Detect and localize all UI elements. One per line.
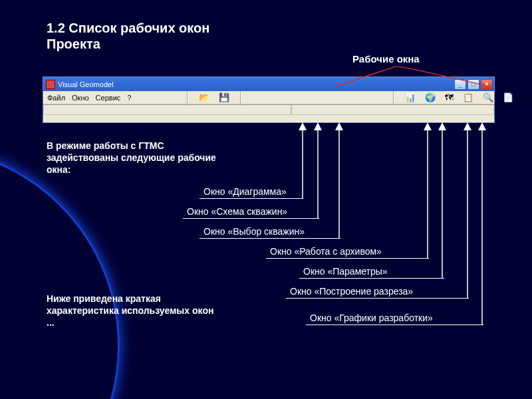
callout-charts: Окно «Графики разработки» (306, 313, 483, 325)
select-wells-icon[interactable]: 📋 (462, 91, 474, 104)
globe-icon[interactable]: 🌍 (424, 91, 436, 104)
callout-section: Окно «Построение разреза» (286, 286, 469, 299)
menubar: Файл Окно Сервис ? 📂 💾 📊 🌍 🗺 📋 🔍 📄 ◫ 🗄 ⚙… (43, 91, 494, 104)
window-caption: Visual Geomodel (58, 80, 114, 88)
close-button[interactable]: × (481, 79, 493, 90)
diagram-icon[interactable]: 📊 (404, 91, 416, 104)
paragraph-2: Ниже приведена краткая характеристика ис… (47, 293, 219, 329)
maximize-button[interactable]: □ (467, 79, 479, 90)
paragraph-1: В режиме работы с ГТМС задействованы сле… (47, 140, 233, 176)
statusbar (43, 104, 494, 115)
titlebar: Visual Geomodel _ □ × (43, 77, 494, 91)
top-label: Рабочие окна (352, 53, 420, 65)
filter-icon[interactable]: 🔍 (482, 91, 494, 104)
app-icon (46, 80, 55, 89)
callout-scheme: Окно «Схема скважин» (183, 206, 319, 219)
scheme-icon[interactable]: 🗺 (444, 91, 454, 104)
save-icon[interactable]: 💾 (218, 91, 230, 104)
app-window: Visual Geomodel _ □ × Файл Окно Сервис ?… (43, 76, 495, 123)
open-icon[interactable]: 📂 (198, 91, 210, 104)
menu-help[interactable]: ? (127, 94, 131, 102)
menu-window[interactable]: Окно (72, 94, 89, 102)
minimize-button[interactable]: _ (454, 79, 466, 90)
doc-icon[interactable]: 📄 (502, 91, 514, 104)
decorative-arc (0, 146, 120, 399)
callout-params: Окно «Параметры» (299, 266, 444, 279)
menu-file[interactable]: Файл (47, 94, 65, 102)
callout-archive: Окно «Работа с архивом» (266, 246, 429, 259)
menu-service[interactable]: Сервис (96, 94, 121, 102)
slide-title: 1.2 Список рабочих окон Проекта (47, 20, 246, 52)
callout-diagram: Окно «Диаграмма» (200, 186, 303, 199)
layers-icon[interactable]: ◫ (522, 91, 531, 104)
callout-select: Окно «Выбор скважин» (200, 226, 340, 239)
